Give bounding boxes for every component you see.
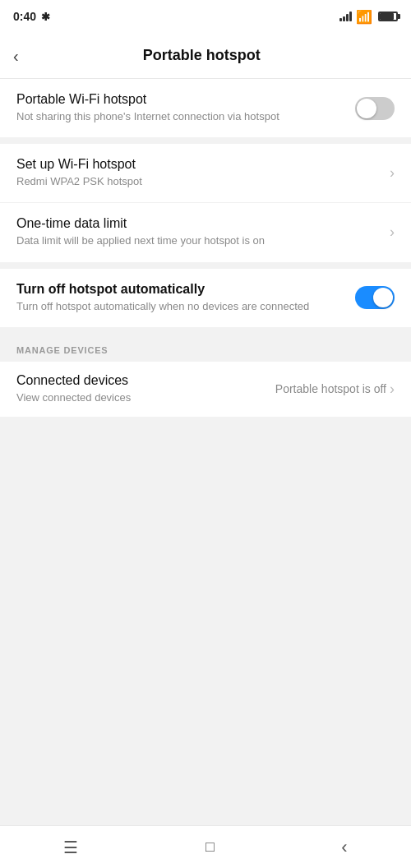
setup-hotspot-title: Set up Wi-Fi hotspot [16, 157, 380, 172]
manage-devices-label: MANAGE DEVICES [0, 334, 411, 362]
wifi-hotspot-card: Portable Wi-Fi hotspot Not sharing this … [0, 79, 411, 137]
setup-hotspot-item[interactable]: Set up Wi-Fi hotspot Redmi WPA2 PSK hots… [0, 144, 411, 203]
content: Portable Wi-Fi hotspot Not sharing this … [0, 79, 411, 736]
header: ‹ Portable hotspot [0, 33, 411, 79]
hotspot-status: Portable hotspot is off [275, 382, 386, 395]
page-title: Portable hotspot [25, 47, 378, 64]
status-right: 📶 [339, 9, 398, 25]
connected-devices-chevron: › [390, 381, 395, 398]
signal-icon [339, 12, 352, 21]
status-left: 0:40 ✱ [13, 10, 50, 23]
data-limit-chevron: › [390, 224, 395, 241]
home-nav-icon[interactable]: □ [199, 832, 221, 862]
toggle-thumb-auto [373, 288, 393, 307]
setup-hotspot-chevron: › [390, 164, 395, 182]
back-button[interactable]: ‹ [13, 41, 25, 71]
connected-devices-title: Connected devices [16, 373, 275, 388]
toggle-thumb [357, 99, 376, 118]
bluetooth-icon: ✱ [41, 11, 50, 23]
wifi-hotspot-subtitle: Not sharing this phone's Internet connec… [16, 109, 345, 124]
gray-area [0, 423, 411, 736]
connected-devices-card: Connected devices View connected devices… [0, 362, 411, 417]
auto-turnoff-toggle[interactable] [355, 286, 395, 309]
auto-turnoff-subtitle: Turn off hotspot automatically when no d… [16, 299, 345, 314]
connected-devices-item[interactable]: Connected devices View connected devices… [0, 362, 411, 417]
data-limit-item[interactable]: One-time data limit Data limit will be a… [0, 203, 411, 261]
wifi-hotspot-item[interactable]: Portable Wi-Fi hotspot Not sharing this … [0, 79, 411, 137]
wifi-icon: 📶 [356, 9, 372, 25]
data-limit-subtitle: Data limit will be applied next time you… [16, 233, 380, 248]
connected-devices-subtitle: View connected devices [16, 390, 275, 405]
menu-nav-icon[interactable]: ☰ [57, 831, 85, 864]
wifi-hotspot-toggle[interactable] [355, 97, 395, 120]
setup-hotspot-subtitle: Redmi WPA2 PSK hotspot [16, 174, 380, 189]
auto-turnoff-item[interactable]: Turn off hotspot automatically Turn off … [0, 269, 411, 327]
setup-card: Set up Wi-Fi hotspot Redmi WPA2 PSK hots… [0, 144, 411, 261]
time-display: 0:40 [13, 10, 36, 23]
status-bar: 0:40 ✱ 📶 [0, 0, 411, 33]
auto-turnoff-card: Turn off hotspot automatically Turn off … [0, 269, 411, 327]
data-limit-title: One-time data limit [16, 216, 380, 231]
nav-bar: ☰ □ ‹ [0, 825, 411, 868]
auto-turnoff-title: Turn off hotspot automatically [16, 282, 345, 297]
wifi-hotspot-title: Portable Wi-Fi hotspot [16, 92, 345, 107]
back-nav-icon[interactable]: ‹ [335, 830, 353, 865]
battery-icon [378, 12, 398, 21]
